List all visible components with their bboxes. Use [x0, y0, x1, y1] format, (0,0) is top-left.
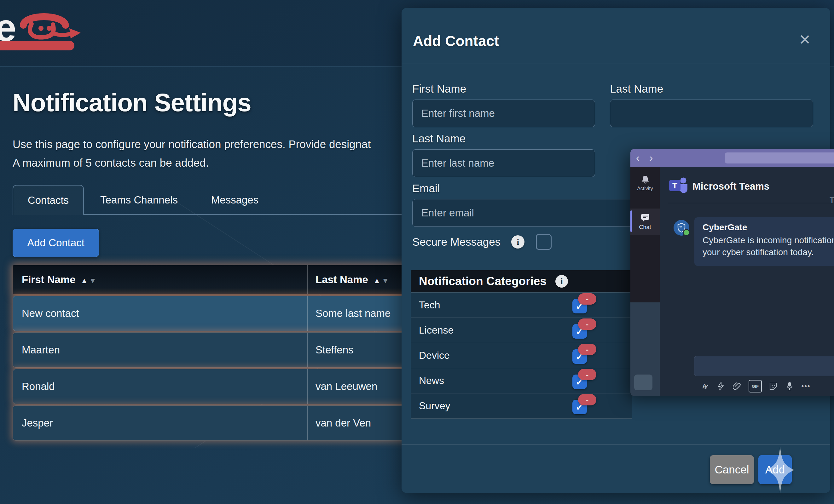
- tab-contacts[interactable]: Contacts: [13, 185, 84, 215]
- info-icon[interactable]: i: [555, 275, 568, 288]
- tabs-underline: [84, 214, 402, 215]
- category-row-license: License ✓ -: [411, 318, 632, 343]
- category-label: News: [419, 368, 444, 393]
- page-title: Notification Settings: [13, 88, 251, 117]
- add-contact-button-label: Add Contact: [27, 237, 85, 249]
- attach-icon[interactable]: [732, 381, 742, 391]
- back-icon[interactable]: ‹: [636, 152, 639, 164]
- notification-categories-list: Tech ✓ - License ✓ - Device ✓ - News ✓ -…: [411, 292, 632, 419]
- category-label: Device: [419, 343, 450, 368]
- bell-icon: [640, 175, 650, 184]
- teams-nav-activity-label: Activity: [637, 186, 653, 191]
- selected-accent-bar: [630, 210, 632, 232]
- category-row-survey: Survey ✓ -: [411, 393, 632, 419]
- message-compose-input[interactable]: [694, 356, 834, 376]
- category-label: Tech: [419, 293, 440, 318]
- remove-badge[interactable]: -: [578, 344, 596, 355]
- gif-label: GIF: [752, 384, 759, 389]
- screen: e Notification Settings Use this page to…: [0, 0, 834, 504]
- first-name-label: First Name: [412, 83, 595, 95]
- category-row-news: News ✓ -: [411, 368, 632, 393]
- teams-chat-pane: T Microsoft Teams Today CyberGate CyberG…: [660, 167, 834, 396]
- category-row-device: Device ✓ -: [411, 343, 632, 368]
- format-icon[interactable]: A: [699, 381, 709, 391]
- first-name-field-group: First Name: [412, 83, 595, 127]
- cell-first-name: Ronald: [13, 381, 307, 392]
- message-line1: CyberGate is incoming notification,: [703, 234, 834, 246]
- more-options-icon[interactable]: •••: [801, 381, 811, 391]
- cell-last-name: van Leeuwen: [307, 381, 377, 392]
- cell-first-name: Maarten: [13, 344, 307, 356]
- last-name-label: Last Name: [412, 132, 595, 145]
- chat-icon: [640, 213, 650, 222]
- gif-icon[interactable]: GIF: [749, 380, 762, 392]
- category-label: License: [419, 318, 454, 343]
- remove-badge[interactable]: -: [578, 318, 596, 330]
- svg-text:A: A: [702, 383, 707, 390]
- sticker-icon[interactable]: [768, 381, 778, 391]
- teams-logo-icon: T: [668, 177, 689, 195]
- cybergate-avatar[interactable]: [674, 220, 689, 236]
- remove-badge[interactable]: -: [578, 369, 596, 380]
- tab-messages[interactable]: Messages: [206, 185, 263, 215]
- close-icon[interactable]: ✕: [799, 32, 811, 47]
- message-sender: CyberGate: [703, 222, 834, 232]
- first-name-input[interactable]: [412, 99, 595, 127]
- column-header-first-name[interactable]: First Name▲▼: [13, 274, 307, 286]
- column-header-first-name-label: First Name: [22, 274, 75, 285]
- sort-asc-icon[interactable]: ▲: [81, 276, 88, 285]
- last-name-input[interactable]: [412, 149, 595, 177]
- sort-desc-icon[interactable]: ▼: [382, 276, 389, 285]
- modal-header-divider: [401, 64, 830, 64]
- teams-logo-letter: T: [672, 181, 677, 190]
- secure-messages-row: Secure Messages i: [412, 234, 552, 250]
- mic-icon[interactable]: [785, 381, 795, 391]
- cell-last-name: Some last name: [307, 307, 391, 319]
- category-row-tech: Tech ✓ -: [411, 292, 632, 318]
- teams-nav-chat[interactable]: Chat: [630, 208, 660, 235]
- cell-first-name: New contact: [13, 307, 307, 319]
- sort-desc-icon[interactable]: ▼: [89, 276, 96, 285]
- sort-asc-icon[interactable]: ▲: [373, 276, 381, 285]
- date-divider-label: Today: [830, 196, 834, 205]
- cell-last-name: Steffens: [307, 344, 353, 356]
- modal-title: Add Contact: [413, 32, 499, 49]
- notification-categories-header: Notification Categories i: [411, 270, 632, 292]
- secure-messages-label: Secure Messages: [412, 236, 501, 248]
- remove-badge[interactable]: -: [578, 394, 596, 406]
- last-name-field-group: Last Name: [412, 132, 595, 177]
- last-name-secondary-field-group: Last Name: [610, 83, 813, 127]
- notification-categories-title: Notification Categories: [419, 275, 547, 288]
- teams-nav-activity[interactable]: Activity: [630, 171, 660, 195]
- column-header-last-name[interactable]: Last Name▲▼: [307, 274, 389, 286]
- cancel-button-label: Cancel: [715, 463, 749, 476]
- add-contact-button[interactable]: Add Contact: [13, 229, 99, 257]
- teams-app-title: Microsoft Teams: [693, 181, 769, 192]
- page-description-line2: A maximum of 5 contacts can be added.: [13, 157, 209, 169]
- add-button[interactable]: Add: [759, 455, 792, 484]
- cell-last-name: van der Ven: [307, 417, 371, 429]
- last-name-secondary-input[interactable]: [610, 99, 813, 127]
- teams-titlebar[interactable]: ‹ ›: [630, 149, 834, 167]
- remove-badge[interactable]: -: [578, 293, 596, 305]
- modal-footer-divider: [401, 444, 830, 445]
- chat-message[interactable]: CyberGate CyberGate is incoming notifica…: [694, 217, 834, 266]
- teams-search-bar[interactable]: [725, 153, 834, 163]
- info-icon[interactable]: i: [511, 235, 525, 249]
- teams-sidebar: Activity Chat: [630, 167, 660, 396]
- message-line2: your cyber sotification today.: [703, 246, 834, 258]
- forward-icon[interactable]: ›: [649, 152, 653, 164]
- category-label: Survey: [419, 393, 451, 418]
- column-header-last-name-label: Last Name: [315, 274, 368, 285]
- tab-teams-channels[interactable]: Teams Channels: [96, 185, 181, 215]
- logo-underline: [0, 41, 74, 50]
- teams-apps-button[interactable]: [634, 374, 653, 390]
- teams-header-divider: [668, 203, 834, 203]
- teams-nav-chat-label: Chat: [639, 224, 651, 231]
- lightning-icon[interactable]: [716, 381, 726, 391]
- cancel-button[interactable]: Cancel: [710, 455, 754, 484]
- phone-logo-icon: [13, 9, 83, 44]
- secure-messages-checkbox[interactable]: [536, 234, 552, 250]
- add-button-label: Add: [765, 463, 785, 476]
- tab-teams-channels-label: Teams Channels: [100, 194, 178, 206]
